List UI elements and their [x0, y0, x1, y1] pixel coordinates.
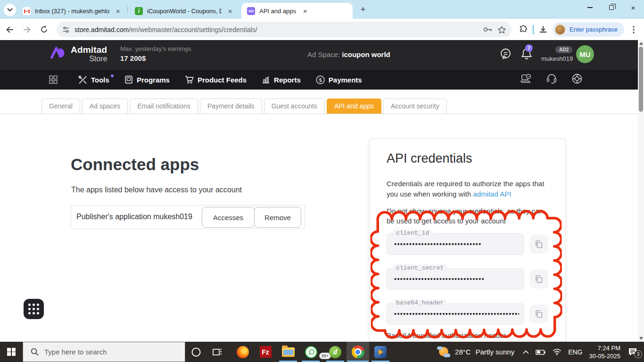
- restore-button[interactable]: [601, 0, 622, 15]
- taskbar-filezilla[interactable]: Fz: [254, 342, 277, 362]
- language-indicator[interactable]: ENG: [568, 348, 582, 356]
- admitad-api-link[interactable]: admitad API: [473, 190, 511, 198]
- webinar-icon[interactable]: [520, 74, 532, 86]
- temperature[interactable]: 28°C: [455, 348, 471, 356]
- tab-ad-spaces[interactable]: Ad spaces: [82, 99, 128, 114]
- search-icon: [31, 348, 39, 356]
- screen: Inbox (327) - mukesh.gehlot019 × i iCoup…: [0, 0, 644, 362]
- taskbar-media-player[interactable]: [369, 342, 392, 362]
- close-window-button[interactable]: ×: [622, 0, 644, 15]
- tab-search-button[interactable]: [4, 4, 16, 16]
- page-scrollbar[interactable]: [638, 40, 644, 342]
- tab-gmail[interactable]: Inbox (327) - mukesh.gehlot019 ×: [17, 3, 125, 19]
- base64-header-value: ••••••••••••••••••••••••••••••••••••••••…: [394, 310, 519, 318]
- taskbar-clock[interactable]: 7:24 PM 30-05-2025: [589, 344, 621, 360]
- bookmark-star-icon[interactable]: [498, 26, 506, 33]
- base64-header-label: base64_header: [393, 299, 447, 306]
- weather-description[interactable]: Partly sunny: [476, 348, 515, 356]
- tray-expand-chevron-icon[interactable]: [523, 350, 529, 354]
- taskbar-firefox[interactable]: [231, 342, 254, 362]
- svg-text:$: $: [319, 77, 322, 82]
- battery-icon[interactable]: [536, 349, 546, 355]
- minimize-button[interactable]: [579, 0, 601, 15]
- wifi-icon[interactable]: [553, 349, 561, 355]
- tab-account-security[interactable]: Account security: [383, 99, 447, 114]
- browser-menu-icon[interactable]: [627, 23, 640, 36]
- taskbar-file-explorer[interactable]: [277, 342, 299, 362]
- tab-guest-accounts[interactable]: Guest accounts: [264, 99, 325, 114]
- accesses-button[interactable]: Accesses: [202, 207, 255, 228]
- search-placeholder: Type here to search: [44, 348, 107, 356]
- close-icon[interactable]: ×: [301, 7, 309, 15]
- media-player-icon: [374, 346, 387, 358]
- start-button[interactable]: [0, 342, 23, 362]
- nav-item-programs[interactable]: Programs: [124, 75, 170, 84]
- scroll-up-arrow[interactable]: [639, 42, 643, 45]
- site-header: Admitad Store Max. yesterday's earnings …: [0, 40, 639, 70]
- profile-button[interactable]: Enter passphrase: [553, 22, 624, 37]
- url-text[interactable]: store.admitad.com/en/webmaster/account/s…: [74, 26, 478, 33]
- taskbar-search[interactable]: Type here to search: [23, 342, 185, 362]
- file-explorer-icon: [282, 347, 295, 357]
- chat-icon[interactable]: [499, 48, 512, 62]
- admitad-logo[interactable]: Admitad Store: [50, 45, 107, 63]
- tab-api-and-apps[interactable]: AD API and apps ×: [241, 3, 353, 19]
- client-secret-field[interactable]: client_secret ••••••••••••••••••••••••••…: [387, 268, 524, 290]
- adspace-label: Ad Space:: [307, 50, 340, 58]
- close-icon[interactable]: ×: [226, 7, 234, 15]
- gmail-icon: [23, 7, 31, 15]
- page-subtitle: The apps listed below have access to you…: [71, 186, 242, 194]
- notification-center-button[interactable]: 3: [628, 347, 638, 357]
- scroll-down-arrow[interactable]: [639, 337, 643, 340]
- close-icon[interactable]: ×: [114, 7, 122, 15]
- help-lifebuoy-icon[interactable]: [571, 73, 583, 86]
- dollar-icon: $: [316, 75, 325, 84]
- nav-item-tools[interactable]: Tools: [78, 75, 109, 84]
- downloads-icon[interactable]: [537, 23, 550, 36]
- client-id-field[interactable]: client_id •••••••••••••••••••••••••••••: [387, 233, 524, 255]
- site-settings-icon[interactable]: [62, 26, 70, 33]
- nav-item-reports[interactable]: Reports: [262, 75, 301, 84]
- earnings-label: Max. yesterday's earnings: [120, 45, 191, 52]
- windows-logo-icon: [7, 348, 16, 356]
- account-block[interactable]: AD2 mukesh019: [541, 45, 572, 62]
- nav-item-payments[interactable]: $ Payments: [316, 75, 362, 84]
- app-launcher-button[interactable]: [24, 299, 44, 319]
- avatar[interactable]: MU: [576, 45, 594, 63]
- address-bar[interactable]: store.admitad.com/en/webmaster/account/s…: [57, 22, 512, 37]
- copy-client-id-button[interactable]: [529, 235, 548, 254]
- logo-title: Admitad: [71, 45, 107, 55]
- notifications-bell-icon[interactable]: 7: [520, 48, 533, 63]
- tab-general[interactable]: General: [41, 99, 80, 114]
- task-view-button[interactable]: [207, 342, 227, 362]
- password-key-icon[interactable]: [483, 27, 492, 32]
- taskbar-dreamweaver[interactable]: d: [324, 342, 347, 362]
- card-description: Credentials are required to authorize th…: [387, 179, 549, 199]
- weather-icon[interactable]: [437, 346, 451, 358]
- tab-email-notifications[interactable]: Email notifications: [130, 99, 198, 114]
- nav-item-product-feeds[interactable]: Product Feeds: [185, 75, 247, 84]
- copy-client-secret-button[interactable]: [529, 270, 548, 288]
- dashboard-grid-icon[interactable]: [49, 75, 58, 84]
- extensions-icon[interactable]: [517, 23, 530, 36]
- reload-button[interactable]: [37, 23, 51, 37]
- copy-base64-header-button[interactable]: [529, 304, 548, 323]
- tab-payment-details[interactable]: Payment details: [200, 99, 262, 114]
- support-headset-icon[interactable]: [546, 73, 557, 86]
- app-name: Publisher's application mukesh019: [76, 213, 192, 221]
- base64-header-field[interactable]: base64_header ••••••••••••••••••••••••••…: [387, 303, 524, 325]
- tab-title: Inbox (327) - mukesh.gehlot019: [35, 8, 109, 15]
- adspace-block[interactable]: Ad Space:icoupon world: [307, 50, 390, 58]
- taskbar-chrome[interactable]: [347, 342, 369, 362]
- tab-api-and-apps-active[interactable]: API and apps: [327, 99, 381, 114]
- tab-icouponworld[interactable]: i iCouponWorld - Coupons, Disc ×: [129, 3, 238, 19]
- taskbar-whatsapp[interactable]: 99+: [299, 342, 323, 362]
- admitad-icon: AD: [247, 7, 255, 15]
- remove-button[interactable]: Remove: [254, 207, 301, 228]
- scrollbar-thumb[interactable]: [639, 47, 643, 112]
- new-tab-button[interactable]: +: [357, 4, 369, 15]
- back-button[interactable]: [3, 23, 17, 37]
- client-secret-label: client_secret: [393, 264, 447, 272]
- cortana-button[interactable]: [187, 342, 205, 362]
- forward-button[interactable]: [20, 23, 34, 37]
